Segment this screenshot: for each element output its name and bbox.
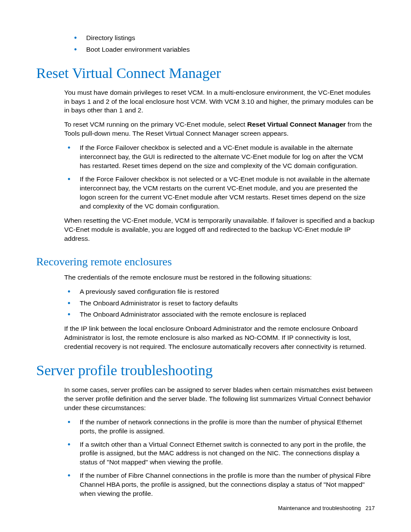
list-item: If the Force Failover checkbox is not se… [64,175,375,211]
heading-server-profile: Server profile troubleshooting [36,362,375,380]
intro-bullet-list: Directory listings Boot Loader environme… [36,34,375,54]
recovering-bullets: A previously saved configuration file is… [36,287,375,320]
bold-text: Reset Virtual Connect Manager [247,121,346,128]
list-item: If the Force Failover checkbox is select… [64,143,375,171]
paragraph: In some cases, server profiles can be as… [64,386,375,413]
list-item: Boot Loader environment variables [71,45,375,54]
heading-reset-vcm: Reset Virtual Connect Manager [36,65,375,82]
list-item: If the number of network connections in … [64,418,375,436]
reset-vcm-bullets: If the Force Failover checkbox is select… [36,143,375,211]
list-item: Directory listings [71,34,375,43]
footer-section-label: Maintenance and troubleshooting [278,505,361,511]
paragraph: When resetting the VC-Enet module, VCM i… [64,216,375,243]
paragraph: You must have domain privileges to reset… [64,88,375,115]
footer-page-number: 217 [365,505,375,511]
paragraph: If the IP link between the local enclosu… [64,324,375,352]
list-item: A previously saved configuration file is… [64,287,375,296]
server-profile-bullets: If the number of network connections in … [36,418,375,498]
list-item: If the number of Fibre Channel connectio… [64,471,375,498]
list-item: The Onboard Administrator is reset to fa… [64,299,375,308]
document-page: Directory listings Boot Loader environme… [0,0,411,498]
page-footer: Maintenance and troubleshooting 217 [278,505,375,511]
text-run: To reset VCM running on the primary VC-E… [64,121,247,128]
paragraph: The credentials of the remote enclosure … [64,273,375,282]
list-item: The Onboard Administrator associated wit… [64,310,375,319]
paragraph: To reset VCM running on the primary VC-E… [64,120,375,138]
heading-recovering-remote: Recovering remote enclosures [36,255,375,268]
list-item: If a switch other than a Virtual Connect… [64,440,375,467]
